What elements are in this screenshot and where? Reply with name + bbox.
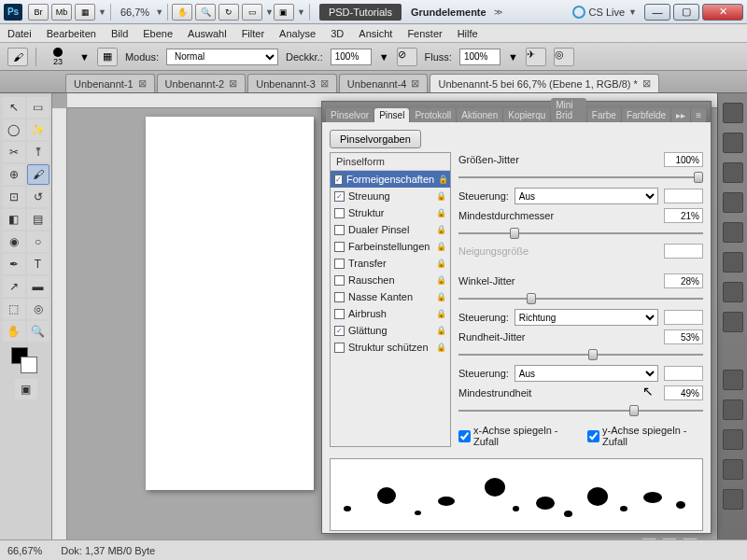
3d-camera-tool[interactable]: ◎ xyxy=(27,299,49,319)
lock-icon[interactable]: 🔒 xyxy=(436,309,446,318)
dropdown-icon[interactable]: ▼ xyxy=(155,7,163,17)
dock-icon[interactable] xyxy=(723,429,743,450)
menu-analyse[interactable]: Analyse xyxy=(279,28,316,39)
lock-icon[interactable]: 🔒 xyxy=(436,242,446,251)
minimize-button[interactable]: — xyxy=(644,4,670,21)
menu-datei[interactable]: Datei xyxy=(7,28,32,39)
dock-icon[interactable] xyxy=(723,399,743,420)
tab-kopierquelle[interactable]: Kopierqu xyxy=(503,108,550,122)
close-icon[interactable]: ⊠ xyxy=(229,77,237,90)
status-zoom[interactable]: 66,67% xyxy=(7,545,42,556)
brush-tool-icon[interactable]: 🖌 xyxy=(7,48,28,66)
doc-tab-4[interactable]: Unbenannt-4⊠ xyxy=(339,74,429,92)
lock-icon[interactable]: 🔒 xyxy=(436,326,446,335)
close-button[interactable]: ✕ xyxy=(702,4,743,21)
checkbox-icon[interactable] xyxy=(334,259,345,269)
arrange-button[interactable]: ▭ xyxy=(242,4,262,21)
opacity-input[interactable] xyxy=(331,49,372,65)
angle-jitter-input[interactable] xyxy=(664,273,703,288)
airbrush-icon[interactable]: ✈ xyxy=(526,48,546,66)
menu-ansicht[interactable]: Ansicht xyxy=(359,28,392,39)
lasso-tool[interactable]: ◯ xyxy=(3,119,25,140)
checkbox-icon[interactable] xyxy=(334,225,345,235)
zoom-level[interactable]: 66,7% xyxy=(120,7,149,18)
lock-icon[interactable]: 🔒 xyxy=(436,259,446,268)
dock-icon[interactable] xyxy=(723,370,743,390)
history-brush-tool[interactable]: ↺ xyxy=(27,187,49,207)
close-icon[interactable]: ⊠ xyxy=(411,77,419,90)
brush-tip-shape-header[interactable]: Pinselform xyxy=(331,153,450,171)
checkbox-icon[interactable] xyxy=(334,208,345,218)
doc-tab-3[interactable]: Unbenannt-3⊠ xyxy=(247,74,337,92)
pen-tool[interactable]: ✒ xyxy=(3,254,25,274)
flow-input[interactable] xyxy=(459,49,500,65)
view-extras-button[interactable]: ▦ xyxy=(75,4,95,21)
roundness-jitter-input[interactable] xyxy=(664,329,703,344)
menu-bild[interactable]: Bild xyxy=(111,28,128,39)
brush-presets-button[interactable]: Pinselvorgaben xyxy=(330,130,421,148)
menu-3d[interactable]: 3D xyxy=(331,28,344,39)
flip-x-checkbox[interactable]: x-Achse spiegeln - Zufall xyxy=(458,425,574,447)
lock-icon[interactable]: 🔒 xyxy=(436,275,446,285)
dock-icon[interactable] xyxy=(723,192,743,213)
magic-wand-tool[interactable]: ✨ xyxy=(27,119,49,140)
panel-scroll-icon[interactable]: ▸▸ xyxy=(671,108,690,122)
dodge-tool[interactable]: ○ xyxy=(27,231,49,252)
checkbox-icon[interactable] xyxy=(334,309,345,319)
size-control-select[interactable]: Aus xyxy=(514,188,658,204)
shape-option-4[interactable]: Farbeinstellungen🔒 xyxy=(331,238,450,255)
status-doc-size[interactable]: Dok: 1,37 MB/0 Byte xyxy=(61,545,155,556)
mode-select[interactable]: Normal xyxy=(166,49,278,65)
tab-pinsel[interactable]: Pinsel xyxy=(374,108,409,122)
dock-icon[interactable] xyxy=(723,133,743,153)
crop-tool[interactable]: ✂ xyxy=(3,142,25,162)
menu-filter[interactable]: Filter xyxy=(242,28,264,39)
tab-pinselvorgaben[interactable]: Pinselvor xyxy=(326,108,374,122)
close-icon[interactable]: ⊠ xyxy=(320,77,329,90)
checkbox-icon[interactable] xyxy=(334,275,345,286)
roundness-jitter-slider[interactable] xyxy=(458,348,703,361)
menu-bearbeiten[interactable]: Bearbeiten xyxy=(47,28,96,39)
checkbox-icon[interactable]: ✓ xyxy=(334,326,345,336)
brush-panel-toggle[interactable]: ▦ xyxy=(97,48,118,66)
tab-aktionen[interactable]: Aktionen xyxy=(457,108,502,122)
rotate-view-button[interactable]: ↻ xyxy=(218,4,239,21)
flip-y-checkbox[interactable]: y-Achse spiegeln - Zufall xyxy=(587,425,703,447)
move-tool[interactable]: ↖ xyxy=(3,97,25,118)
dropdown-icon[interactable]: ▼ xyxy=(265,7,274,17)
menu-ebene[interactable]: Ebene xyxy=(143,28,173,39)
min-roundness-slider[interactable] xyxy=(458,404,703,417)
brush-tool[interactable]: 🖌 xyxy=(27,164,49,185)
shape-option-7[interactable]: Nasse Kanten🔒 xyxy=(331,288,450,305)
close-icon[interactable]: ⊠ xyxy=(642,77,651,90)
type-tool[interactable]: T xyxy=(27,254,49,274)
doc-tab-5[interactable]: Unbenannt-5 bei 66,7% (Ebene 1, RGB/8) *… xyxy=(430,74,658,92)
document-canvas[interactable] xyxy=(146,117,314,490)
eyedropper-tool[interactable]: ⤒ xyxy=(27,142,49,162)
zoom-tool-button[interactable]: 🔍 xyxy=(195,4,216,21)
checkbox-icon[interactable] xyxy=(334,242,345,252)
hand-tool[interactable]: ✋ xyxy=(3,321,25,342)
vertical-ruler[interactable] xyxy=(52,108,67,539)
min-diameter-slider[interactable] xyxy=(458,227,703,240)
tab-minibridge[interactable]: Mini Brid xyxy=(551,98,586,122)
zoom-tool[interactable]: 🔍 xyxy=(27,321,49,342)
opacity-pressure-icon[interactable]: ⊘ xyxy=(397,48,417,66)
path-tool[interactable]: ↗ xyxy=(3,276,25,297)
brush-preset-picker[interactable]: 23 xyxy=(44,46,72,68)
tab-farbe[interactable]: Farbe xyxy=(587,108,621,122)
menu-fenster[interactable]: Fenster xyxy=(407,28,442,39)
hand-tool-button[interactable]: ✋ xyxy=(172,4,192,21)
lock-icon[interactable]: 🔒 xyxy=(436,208,446,217)
dock-icon[interactable] xyxy=(723,489,743,510)
menu-auswahl[interactable]: Auswahl xyxy=(188,28,227,39)
dock-icon[interactable] xyxy=(723,282,743,302)
close-icon[interactable]: ⊠ xyxy=(138,77,147,90)
shape-option-1[interactable]: ✓Streuung🔒 xyxy=(331,188,450,204)
min-roundness-input[interactable] xyxy=(664,385,703,400)
tab-protokoll[interactable]: Protokoll xyxy=(410,108,456,122)
lock-icon[interactable]: 🔒 xyxy=(436,191,446,201)
cs-live-button[interactable]: CS Live▼ xyxy=(572,6,637,19)
shape-option-6[interactable]: Rauschen🔒 xyxy=(331,272,450,288)
shape-option-5[interactable]: Transfer🔒 xyxy=(331,255,450,272)
